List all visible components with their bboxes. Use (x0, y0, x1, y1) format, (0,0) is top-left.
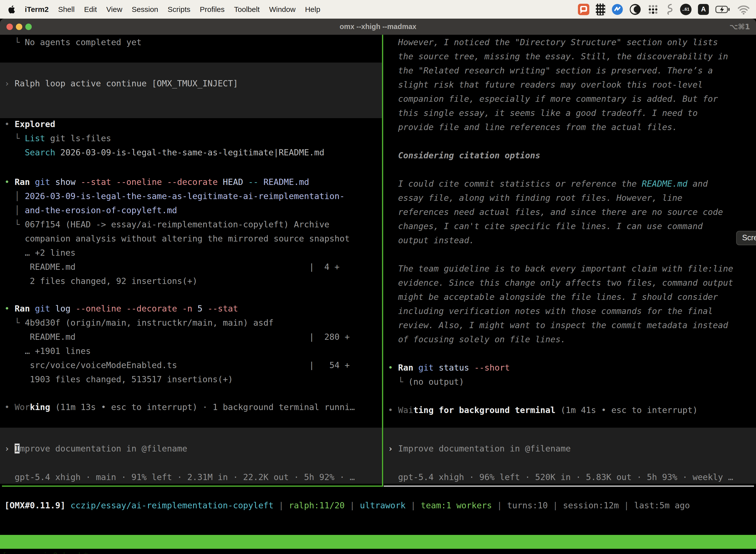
terminal-line: └ No agents completed yet (0, 35, 382, 49)
terminal-line: └ (no output) (383, 375, 756, 389)
working-status: • Working (11m 13s • esc to interrupt) ·… (0, 400, 382, 414)
terminal-line: companion analysis without altering the … (0, 232, 382, 246)
terminal-line: • Explored (0, 117, 382, 131)
apple-menu-icon[interactable] (8, 5, 15, 13)
omx-status-text: [OMX#0.11.9] cczip/essay/ai-reimplementa… (0, 498, 756, 512)
inactive-pane-border (384, 486, 754, 487)
terminal-line: including verification notes with those … (383, 304, 756, 318)
ralph-banner: › Ralph loop active continue [OMX_TMUX_I… (0, 63, 382, 118)
terminal-line: • Working (11m 13s • esc to interrupt) ·… (0, 400, 382, 414)
battery-icon[interactable] (715, 4, 731, 15)
menu-item-iterm2[interactable]: iTerm2 (25, 5, 49, 14)
terminal-line: The team guideline is to back every impo… (383, 262, 756, 276)
model-status: gpt-5.4 xhigh · main · 91% left · 2.31M … (0, 470, 382, 484)
terminal-line: › Improve documentation in @filename (383, 442, 756, 456)
terminal-line: slight risk that future readers may over… (383, 78, 756, 92)
titlebar: omx --xhigh --madmax ⌥⌘1 (0, 19, 756, 35)
menu-item-session[interactable]: Session (132, 5, 158, 14)
menu-item-toolbelt[interactable]: Toolbelt (234, 5, 260, 14)
badge-61-label: ..61 (682, 7, 689, 12)
terminal-line: I could cite commit statistics or refere… (383, 177, 756, 191)
window-shortcut-badge: ⌥⌘1 (730, 19, 750, 35)
terminal-line: the "Related research writing" section i… (383, 63, 756, 78)
terminal-line: review. Also, I might want to inspect th… (383, 318, 756, 332)
badge-61-icon[interactable]: ..61 (680, 4, 692, 15)
terminal-line: └ List git ls-files (0, 131, 382, 146)
right-pane[interactable]: However, I noticed the "Directory Struct… (383, 35, 756, 487)
screen-tooltip: Scre (736, 231, 756, 245)
menu-item-help[interactable]: Help (305, 5, 320, 14)
terminal-line: of focusing solely on file lines. (383, 332, 756, 346)
tmux-session-label[interactable]: [omx-cczip0:bash* (2, 549, 88, 554)
airplay-blue-icon[interactable] (612, 4, 623, 15)
terminal-line: README.md | 4 + (0, 260, 382, 274)
agents-note: └ No agents completed yet (0, 35, 382, 49)
model-status: gpt-5.4 xhigh · 96% left · 520K in · 5.8… (383, 470, 756, 484)
menu-item-view[interactable]: View (107, 5, 122, 14)
terminal-line: │ 2026-03-09-is-legal-the-same-as-legiti… (0, 189, 382, 203)
menubar: iTerm2ShellEditViewSessionScriptsProfile… (0, 0, 756, 19)
reasoning-paragraph-1: However, I noticed the "Directory Struct… (383, 35, 756, 134)
tmux-statusbar: [omx-cczip0:bash* "MacBook-Pro-44.local"… (0, 535, 756, 549)
menu-item-window[interactable]: Window (269, 5, 296, 14)
terminal-line: README.md | 280 + (0, 330, 382, 344)
moon-circle-icon[interactable] (630, 4, 641, 15)
pane-divider[interactable] (382, 35, 383, 487)
grid-shield-icon[interactable] (596, 3, 605, 15)
menu-item-profiles[interactable]: Profiles (200, 5, 225, 14)
reasoning-paragraph-2: I could cite commit statistics or refere… (383, 177, 756, 247)
terminal-window: └ No agents completed yet› Ralph loop ac… (0, 35, 756, 554)
terminal-line: › Improve documentation in @filename (0, 442, 382, 456)
wifi-icon[interactable] (737, 4, 750, 15)
screen-tooltip-label: Scre (742, 233, 756, 242)
left-pane[interactable]: └ No agents completed yet› Ralph loop ac… (0, 35, 382, 487)
terminal-line: • Ran git show --stat --oneline --decora… (0, 175, 382, 189)
ran-git-log-section: • Ran git log --oneline --decorate -n 5 … (0, 301, 382, 386)
terminal-line: gpt-5.4 xhigh · main · 91% left · 2.31M … (0, 470, 382, 484)
terminal-line: │ and-the-erosion-of-copyleft.md (0, 203, 382, 217)
squiggle-icon[interactable] (665, 3, 674, 16)
screen: iTerm2ShellEditViewSessionScriptsProfile… (0, 0, 756, 554)
terminal-line: However, I noticed the "Directory Struct… (383, 35, 756, 49)
terminal-line: provide file and line references from th… (383, 120, 756, 134)
terminal-line: might be acceptable alongside the file l… (383, 290, 756, 304)
terminal-line: changes, I can't cite specific file line… (383, 219, 756, 233)
terminal-line: Search 2026-03-09-is-legal-the-same-as-l… (0, 146, 382, 160)
ran-git-status-section: • Ran git status --short └ (no output) (383, 361, 756, 389)
terminal-line: … +1901 lines (0, 344, 382, 358)
dots-grid-icon[interactable] (647, 4, 659, 15)
terminal-line: └ 067f154 (HEAD -> essay/ai-reimplementa… (0, 217, 382, 232)
chat-bubble-icon (580, 6, 587, 12)
terminal-line: evidence. Since this change only affects… (383, 276, 756, 290)
terminal-line: this single essay, it seems like a good … (383, 106, 756, 120)
terminal-line: 2 files changed, 92 insertions(+) (0, 274, 382, 288)
reasoning-heading: Considering citation options (383, 149, 756, 163)
active-pane-border (2, 486, 382, 487)
menu-item-shell[interactable]: Shell (58, 5, 75, 14)
input-source-icon[interactable]: A (698, 4, 709, 15)
terminal-line: … +2 lines (0, 246, 382, 260)
menubar-status-icons: ..61 A (578, 3, 750, 16)
ran-git-show-section: • Ran git show --stat --oneline --decora… (0, 175, 382, 288)
terminal-line: essay file, along with finding root file… (383, 191, 756, 205)
terminal-line: Considering citation options (383, 149, 756, 163)
terminal-line: └ 4b9d30f (origin/main, instructkr/main,… (0, 316, 382, 330)
terminal-line: references need actual files, and since … (383, 205, 756, 219)
terminal-line: src/voice/voiceModeEnabled.ts | 54 + (0, 358, 382, 372)
menu-items: iTerm2ShellEditViewSessionScriptsProfile… (25, 5, 320, 14)
menu-item-edit[interactable]: Edit (84, 5, 97, 14)
omx-status-line: [OMX#0.11.9] cczip/essay/ai-reimplementa… (0, 498, 756, 512)
chat-app-icon[interactable] (578, 4, 589, 15)
terminal-line: • Waiting for background terminal (1m 41… (383, 403, 756, 417)
window-title: omx --xhigh --madmax (0, 19, 756, 35)
reasoning-paragraph-3: The team guideline is to back every impo… (383, 262, 756, 346)
terminal-line: output instead. (383, 233, 756, 247)
terminal-line: gpt-5.4 xhigh · 96% left · 520K in · 5.8… (383, 470, 756, 484)
terminal-line: • Ran git log --oneline --decorate -n 5 … (0, 301, 382, 316)
waiting-status: • Waiting for background terminal (1m 41… (383, 403, 756, 417)
terminal-line: • Ran git status --short (383, 361, 756, 375)
input-source-label: A (701, 5, 706, 13)
menu-item-scripts[interactable]: Scripts (168, 5, 190, 14)
terminal-line: › Ralph loop active continue [OMX_TMUX_I… (0, 76, 382, 91)
terminal-line: 1903 files changed, 513517 insertions(+) (0, 372, 382, 386)
